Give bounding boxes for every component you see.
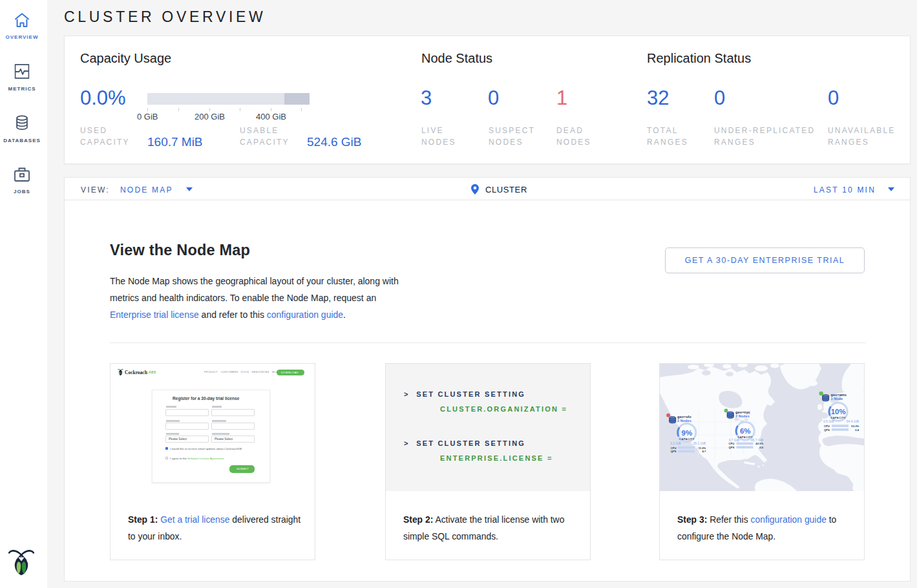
svg-text:2 Nodes: 2 Nodes — [735, 414, 750, 418]
svg-text:3.2 GiB: 3.2 GiB — [670, 441, 681, 445]
svg-text:35.1 GiB: 35.1 GiB — [693, 441, 706, 445]
svg-text:6%: 6% — [740, 427, 751, 435]
svg-text:QPS: QPS — [728, 446, 734, 449]
svg-text:54.4 GiB: 54.4 GiB — [847, 419, 859, 423]
svg-text:CPU: CPU — [824, 425, 830, 428]
svg-text:3.6 GiB: 3.6 GiB — [823, 419, 834, 423]
svg-text:4.7: 4.7 — [702, 450, 706, 453]
svg-text:0.0: 0.0 — [759, 446, 763, 449]
svg-text:1 Node: 1 Node — [831, 397, 843, 401]
svg-text:CPU: CPU — [671, 446, 677, 450]
svg-text:42.5%: 42.5% — [755, 442, 763, 445]
svg-text:9%: 9% — [681, 429, 692, 437]
svg-text:CAPACITY: CAPACITY — [679, 437, 694, 441]
svg-text:11.0%: 11.0% — [699, 446, 706, 450]
svg-text:45.7 GiB: 45.7 GiB — [751, 438, 764, 442]
svg-text:10%: 10% — [831, 408, 846, 415]
svg-text:QPS: QPS — [671, 450, 677, 453]
svg-text:geo=ams: geo=ams — [831, 393, 847, 397]
svg-text:CPU: CPU — [728, 442, 734, 445]
svg-text:0.4: 0.4 — [855, 428, 859, 432]
svg-text:2 Nodes: 2 Nodes — [677, 419, 691, 423]
svg-text:geo=sfo: geo=sfo — [677, 415, 691, 419]
svg-text:3.7 GiB: 3.7 GiB — [728, 438, 739, 442]
svg-text:53.3%: 53.3% — [851, 425, 859, 428]
svg-text:QPS: QPS — [824, 428, 830, 432]
